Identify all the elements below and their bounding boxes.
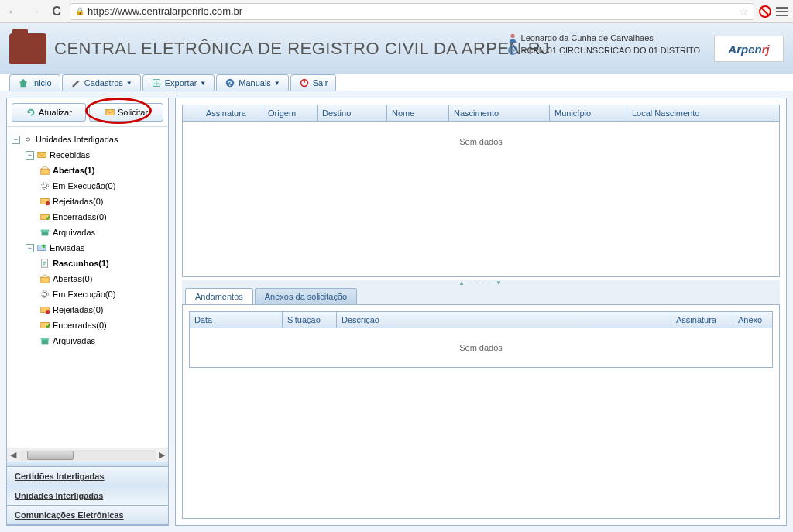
tab-andamentos[interactable]: Andamentos [185, 288, 253, 304]
tab-certidoes[interactable]: Certidões Interligadas [7, 467, 168, 486]
solicitar-button[interactable]: Solicitar [89, 103, 163, 122]
col-descricao[interactable]: Descrição [337, 312, 671, 328]
tree-recebidas[interactable]: − Recebidas [26, 147, 163, 163]
top-grid-empty: Sem dados [183, 122, 779, 276]
col-origem[interactable]: Origem [263, 105, 318, 121]
arpen-logo: Arpenrj [714, 36, 784, 62]
tree-recebidas-arquivadas[interactable]: Arquivadas [39, 225, 163, 240]
hamburger-menu-icon[interactable] [776, 7, 788, 16]
tab-anexos[interactable]: Anexos da solicitação [255, 288, 357, 304]
back-button[interactable]: ← [5, 3, 22, 20]
page-title: CENTRAL ELETRÔNICA DE REGISTRO CIVIL DA … [54, 39, 550, 59]
svg-point-13 [46, 201, 50, 205]
reload-button[interactable]: C [48, 3, 65, 20]
bottom-grid-empty: Sem dados [190, 328, 772, 367]
bookmark-star-icon[interactable]: ☆ [739, 5, 749, 18]
tree-enviadas-rascunhos[interactable]: Rascunhos(1) [39, 256, 163, 271]
envelope-open-icon [39, 273, 50, 284]
svg-rect-15 [42, 231, 49, 235]
folder-icon [9, 33, 46, 64]
browser-toolbar: ← → C 🔒 https://www.centralarpenrio.com.… [0, 0, 793, 23]
svg-text:?: ? [228, 80, 232, 88]
tree-enviadas-rejeitadas[interactable]: Rejeitadas(0) [39, 302, 163, 317]
check-icon [39, 211, 50, 222]
url-text: https://www.centralarpenrio.com.br [88, 5, 736, 17]
home-icon [18, 77, 29, 88]
col-situacao[interactable]: Situação [283, 312, 337, 328]
tree-enviadas[interactable]: − Enviadas [26, 240, 163, 256]
block-icon[interactable] [759, 5, 771, 18]
outbox-icon [36, 242, 47, 253]
collapse-icon[interactable]: − [26, 244, 34, 252]
link-icon [22, 134, 33, 145]
user-name: Leonardo da Cunha de Carvalhaes [521, 33, 654, 43]
tab-content: Data Situação Descrição Assinatura Anexo… [182, 305, 780, 519]
refresh-icon [26, 107, 36, 118]
tree-root-unidades[interactable]: − Unidades Interligadas [12, 132, 163, 147]
svg-point-23 [46, 310, 50, 314]
col-checkbox[interactable] [183, 105, 201, 121]
col-nascimento[interactable]: Nascimento [449, 105, 550, 121]
svg-rect-16 [41, 230, 50, 232]
forward-button[interactable]: → [26, 3, 43, 20]
svg-point-0 [510, 34, 514, 38]
chevron-down-icon: ▼ [200, 80, 206, 87]
svg-point-20 [43, 292, 46, 296]
app-header: CENTRAL ELETRÔNICA DE REGISTRO CIVIL DA … [0, 23, 793, 74]
scroll-track[interactable] [19, 450, 156, 461]
scroll-left-icon[interactable]: ◀ [7, 450, 19, 460]
col-assinatura[interactable]: Assinatura [201, 105, 263, 121]
tree-enviadas-abertas[interactable]: Abertas(0) [39, 271, 163, 287]
col-data[interactable]: Data [190, 312, 283, 328]
sidebar-scrollbar[interactable]: ◀ ▶ [7, 448, 168, 462]
chevron-down-icon: ▼ [126, 80, 132, 87]
bottom-grid-panel: Data Situação Descrição Assinatura Anexo… [189, 311, 773, 368]
tab-comunicacoes[interactable]: Comunicações Eletrônicas [7, 506, 168, 525]
svg-rect-26 [41, 338, 50, 341]
col-assinatura2[interactable]: Assinatura [671, 312, 733, 328]
inbox-icon [36, 149, 47, 160]
menu-cadastros[interactable]: Cadastros ▼ [62, 74, 141, 91]
svg-rect-25 [42, 339, 49, 344]
col-anexo[interactable]: Anexo [733, 312, 772, 328]
col-nome[interactable]: Nome [387, 105, 449, 121]
archive-icon [39, 227, 50, 238]
menu-sair[interactable]: Sair [290, 74, 337, 91]
export-icon [151, 77, 162, 88]
collapse-icon[interactable]: − [12, 136, 20, 144]
content-area: Assinatura Origem Destino Nome Nasciment… [175, 98, 787, 526]
tree-enviadas-execucao[interactable]: Em Execução(0) [39, 287, 163, 302]
sidebar-toolbar: Atualizar Solicitar [7, 98, 168, 127]
svg-point-10 [43, 184, 46, 187]
tree-enviadas-arquivadas[interactable]: Arquivadas [39, 333, 163, 348]
tree-enviadas-encerradas[interactable]: Encerradas(0) [39, 317, 163, 333]
svg-rect-9 [41, 169, 50, 174]
tree-recebidas-encerradas[interactable]: Encerradas(0) [39, 209, 163, 225]
edit-icon [70, 77, 81, 88]
tree-recebidas-rejeitadas[interactable]: Rejeitadas(0) [39, 194, 163, 209]
chevron-down-icon: ▼ [274, 80, 280, 87]
tree-recebidas-execucao[interactable]: Em Execução(0) [39, 178, 163, 194]
menu-inicio[interactable]: Inicio [9, 74, 60, 91]
sidebar: Atualizar Solicitar − Unidades Interliga… [6, 98, 169, 526]
gear-icon [39, 289, 50, 300]
reject-icon [39, 304, 50, 315]
menu-exportar[interactable]: Exportar ▼ [142, 74, 215, 91]
tree-recebidas-abertas[interactable]: Abertas(1) [39, 163, 163, 178]
tab-unidades[interactable]: Unidades Interligadas [7, 486, 168, 506]
nav-tree: − Unidades Interligadas − Recebidas Aber… [7, 127, 168, 448]
main-layout: Atualizar Solicitar − Unidades Interliga… [0, 91, 793, 532]
address-bar[interactable]: 🔒 https://www.centralarpenrio.com.br ☆ [70, 3, 754, 20]
globe-icon [507, 45, 518, 56]
bottom-panel: Andamentos Anexos da solicitação Data Si… [182, 285, 780, 519]
detail-tabs: Andamentos Anexos da solicitação [182, 285, 780, 305]
scroll-thumb[interactable] [27, 451, 74, 460]
col-municipio[interactable]: Município [550, 105, 627, 121]
reject-icon [39, 196, 50, 207]
col-destino[interactable]: Destino [318, 105, 387, 121]
menu-manuais[interactable]: ? Manuais ▼ [216, 74, 289, 91]
collapse-icon[interactable]: − [26, 151, 34, 160]
scroll-right-icon[interactable]: ▶ [156, 450, 168, 460]
atualizar-button[interactable]: Atualizar [12, 103, 86, 122]
col-local[interactable]: Local Nascimento [627, 105, 779, 121]
